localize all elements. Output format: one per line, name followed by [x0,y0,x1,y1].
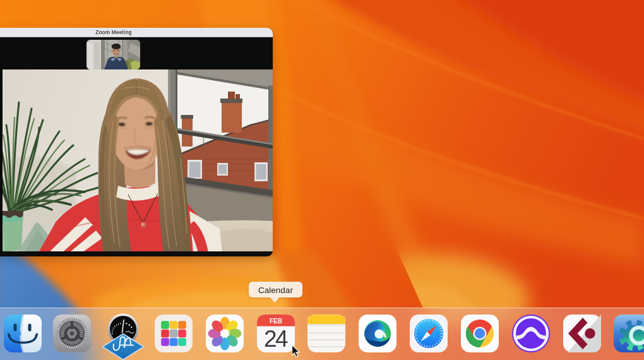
svg-text:24: 24 [264,326,288,352]
svg-text:Calendar: Calendar [258,285,293,295]
svg-text:Zoom Meeting: Zoom Meeting [95,29,131,35]
svg-text:FEB: FEB [270,318,282,325]
